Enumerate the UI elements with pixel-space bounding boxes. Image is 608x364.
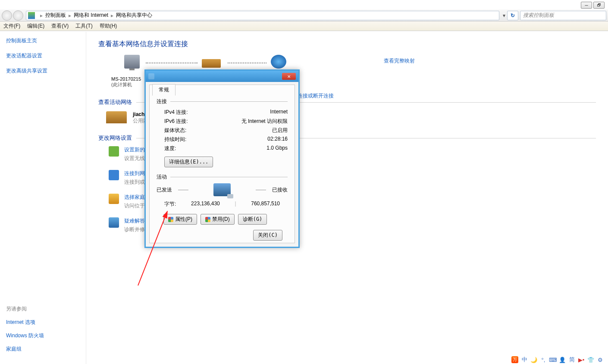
view-full-map-link[interactable]: 查看完整映射: [384, 57, 415, 65]
sent-label: 已发送: [157, 186, 172, 194]
duration-label: 持续时间:: [164, 136, 186, 143]
this-pc-icon[interactable]: [124, 55, 140, 69]
tab-general[interactable]: 常规: [152, 84, 176, 96]
breadcrumb-item[interactable]: 网络和 Internet: [74, 12, 108, 19]
shirt-icon[interactable]: 👕: [587, 356, 594, 363]
uac-shield-icon: [205, 217, 210, 222]
activity-computer-icon: [213, 183, 231, 196]
chevron-right-icon: ▸: [69, 13, 71, 19]
bytes-label: 字节:: [164, 201, 176, 208]
sidebar-see-also-label: 另请参阅: [6, 305, 80, 313]
ime-logo-icon[interactable]: 万: [511, 356, 518, 363]
ime-cn-toggle[interactable]: 中: [521, 356, 528, 363]
menu-bar: 文件(F) 编辑(E) 查看(V) 工具(T) 帮助(H): [0, 22, 608, 31]
menu-help[interactable]: 帮助(H): [100, 22, 117, 30]
dialog-body: 常规 连接 IPv4 连接:Internet IPv6 连接:无 Interne…: [149, 85, 295, 243]
map-connector: [228, 63, 266, 63]
window-minimize-button[interactable]: [581, 2, 592, 9]
setup-connection-icon: [109, 146, 119, 157]
speed-label: 速度:: [164, 145, 176, 152]
connection-status-dialog: 常规 连接 IPv4 连接:Internet IPv6 连接:无 Interne…: [144, 69, 300, 248]
connect-network-icon: [109, 170, 119, 180]
refresh-button[interactable]: [507, 11, 518, 20]
dialog-titlebar[interactable]: [146, 71, 298, 82]
uac-shield-icon: [168, 217, 173, 222]
duration-value: 02:28:16: [267, 136, 288, 143]
speed-value: 1.0 Gbps: [266, 145, 288, 152]
media-state-value: 已启用: [272, 127, 288, 134]
properties-button-label: 属性(P): [175, 216, 192, 222]
dialog-title-icon: [148, 73, 154, 79]
received-label: 已接收: [272, 186, 288, 194]
sidebar-home-link[interactable]: 控制面板主页: [6, 37, 80, 44]
connection-group-label: 连接: [157, 98, 288, 105]
nav-back-button[interactable]: [2, 10, 12, 21]
breadcrumb[interactable]: ▸ 控制面板 ▸ 网络和 Internet ▸ 网络和共享中心: [26, 11, 499, 20]
breadcrumb-item[interactable]: 网络和共享中心: [116, 12, 152, 19]
homegroup-icon: [109, 194, 119, 204]
menu-file[interactable]: 文件(F): [3, 22, 20, 30]
details-button[interactable]: 详细信息(E)...: [164, 157, 213, 167]
internet-globe-icon[interactable]: [271, 55, 286, 69]
activity-group-label: 活动: [157, 173, 288, 181]
ime-jian-toggle[interactable]: 简: [568, 356, 575, 363]
bytes-received-value: 760,857,510: [251, 201, 280, 208]
keyboard-icon[interactable]: ⌨: [549, 356, 556, 363]
connect-disconnect-link[interactable]: 连接或断开连接: [298, 92, 334, 100]
bytes-sent-value: 223,136,430: [191, 201, 220, 208]
network-bench-icon: [106, 111, 127, 123]
person-icon[interactable]: 👤: [559, 356, 566, 363]
router-icon[interactable]: [202, 59, 221, 68]
sidebar-internet-options-link[interactable]: Internet 选项: [6, 319, 80, 326]
page-title: 查看基本网络信息并设置连接: [98, 40, 596, 49]
ipv6-label: IPv6 连接:: [164, 118, 188, 125]
sidebar-firewall-link[interactable]: Windows 防火墙: [6, 332, 80, 339]
window-controls: [581, 2, 605, 9]
dialog-close-button[interactable]: [282, 73, 296, 80]
breadcrumb-item[interactable]: 控制面板: [45, 12, 66, 19]
breadcrumb-dropdown[interactable]: ▾: [503, 13, 505, 19]
control-panel-icon: [28, 12, 35, 19]
moon-icon[interactable]: 🌙: [530, 356, 537, 363]
menu-edit[interactable]: 编辑(E): [27, 22, 44, 30]
disable-button[interactable]: 禁用(D): [201, 214, 235, 225]
chevron-right-icon: ▸: [111, 13, 113, 19]
sidebar: 控制面板主页 更改适配器设置 更改高级共享设置 另请参阅 Internet 选项…: [0, 32, 86, 364]
sidebar-homegroup-link[interactable]: 家庭组: [6, 345, 80, 353]
sidebar-adapter-link[interactable]: 更改适配器设置: [6, 52, 80, 60]
activity-line-icon: ——: [178, 187, 188, 193]
media-state-label: 媒体状态:: [164, 127, 186, 134]
ipv4-value: Internet: [270, 109, 288, 116]
disable-button-label: 禁用(D): [212, 216, 230, 222]
menu-view[interactable]: 查看(V): [51, 22, 69, 30]
properties-button[interactable]: 属性(P): [163, 214, 197, 225]
activity-line-icon: ——: [256, 187, 266, 193]
ipv4-label: IPv4 连接:: [164, 109, 188, 116]
close-button[interactable]: 关闭(C): [253, 230, 282, 241]
menu-tools[interactable]: 工具(T): [75, 22, 92, 30]
search-input[interactable]: 搜索控制面板: [520, 11, 606, 20]
ime-tray: 万 中 🌙 °, ⌨ 👤 简 ▶• 👕 ⚙: [511, 356, 604, 363]
troubleshoot-icon: [109, 217, 119, 228]
punct-icon[interactable]: °,: [540, 356, 547, 363]
window-maximize-button[interactable]: [593, 2, 605, 9]
record-icon[interactable]: ▶•: [578, 356, 585, 363]
gear-icon[interactable]: ⚙: [597, 356, 604, 363]
main-area: 控制面板主页 更改适配器设置 更改高级共享设置 另请参阅 Internet 选项…: [0, 32, 608, 364]
chevron-right-icon: ▸: [40, 13, 43, 19]
map-connector: [146, 63, 197, 63]
diagnose-button[interactable]: 诊断(G): [238, 214, 267, 225]
ipv6-value: 无 Internet 访问权限: [241, 118, 288, 125]
nav-forward-button[interactable]: [13, 10, 23, 21]
explorer-toolbar: ▸ 控制面板 ▸ 网络和 Internet ▸ 网络和共享中心 ▾ 搜索控制面板: [0, 9, 608, 22]
sidebar-sharing-link[interactable]: 更改高级共享设置: [6, 67, 80, 75]
